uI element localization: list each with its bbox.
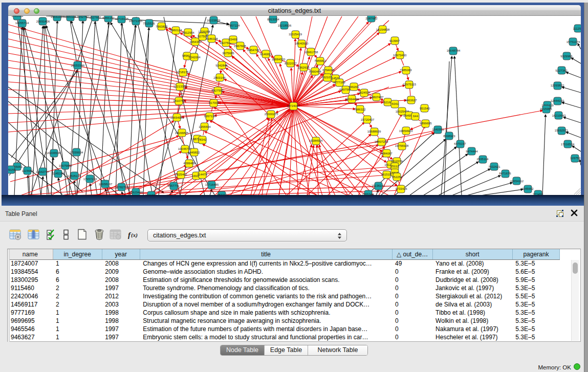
svg-text:10975857: 10975857 — [59, 164, 73, 167]
svg-text:1895662: 1895662 — [11, 16, 24, 17]
svg-text:7986322: 7986322 — [354, 108, 366, 111]
svg-text:1654393: 1654393 — [189, 40, 202, 43]
svg-text:10719135: 10719135 — [115, 17, 129, 20]
svg-text:8454749: 8454749 — [247, 49, 259, 52]
svg-text:644: 644 — [413, 115, 419, 118]
svg-text:1612074: 1612074 — [390, 160, 403, 163]
svg-text:3215955: 3215955 — [540, 107, 552, 111]
svg-text:10688609: 10688609 — [367, 130, 381, 133]
svg-text:6479197: 6479197 — [454, 142, 466, 145]
svg-text:2935114: 2935114 — [477, 158, 489, 161]
svg-text:10961758: 10961758 — [304, 51, 318, 54]
svg-text:15469: 15469 — [229, 38, 237, 41]
svg-text:8990448: 8990448 — [309, 70, 321, 73]
svg-text:19756928: 19756928 — [395, 144, 409, 147]
svg-text:9777169: 9777169 — [333, 81, 345, 84]
svg-text:15692971: 15692971 — [555, 129, 569, 132]
svg-text:25112: 25112 — [390, 165, 399, 168]
svg-text:12093822: 12093822 — [551, 84, 564, 87]
svg-text:16154838: 16154838 — [376, 28, 390, 31]
svg-text:2803144: 2803144 — [213, 76, 226, 79]
svg-text:7955812: 7955812 — [314, 59, 326, 62]
svg-text:15720407: 15720407 — [361, 118, 375, 121]
svg-text:10958137: 10958137 — [99, 183, 113, 186]
svg-text:7857224: 7857224 — [228, 24, 240, 27]
svg-text:1640951: 1640951 — [432, 128, 444, 131]
svg-text:2718176: 2718176 — [177, 71, 189, 74]
svg-text:9474444: 9474444 — [466, 150, 478, 153]
svg-text:8960124: 8960124 — [170, 29, 182, 32]
svg-text:9463627: 9463627 — [405, 99, 417, 102]
svg-text:10046738: 10046738 — [178, 147, 192, 150]
svg-text:16782759: 16782759 — [115, 186, 129, 189]
svg-text:1065328: 1065328 — [64, 16, 76, 18]
svg-text:111254: 111254 — [573, 27, 581, 30]
svg-text:16671355: 16671355 — [129, 19, 143, 23]
svg-text:126753: 126753 — [570, 157, 581, 160]
svg-text:78342: 78342 — [198, 138, 207, 141]
svg-text:1610755: 1610755 — [173, 99, 185, 102]
svg-text:9329966: 9329966 — [560, 55, 573, 58]
svg-text:9245652: 9245652 — [521, 187, 534, 190]
svg-text:19654923: 19654923 — [399, 129, 413, 133]
svg-text:114479: 114479 — [197, 173, 207, 176]
svg-text:8813054: 8813054 — [267, 18, 279, 21]
svg-text:(x): (x) — [131, 232, 138, 238]
svg-text:252254: 252254 — [392, 176, 403, 179]
svg-text:18640910: 18640910 — [295, 42, 309, 45]
svg-text:10654112: 10654112 — [510, 180, 524, 183]
svg-text:7663822: 7663822 — [156, 25, 168, 28]
svg-text:12942737: 12942737 — [36, 170, 50, 173]
svg-text:7632621: 7632621 — [488, 165, 500, 168]
svg-text:1355594: 1355594 — [199, 125, 211, 128]
svg-text:913967: 913967 — [389, 39, 400, 42]
svg-text:6794028: 6794028 — [322, 69, 335, 72]
svg-text:17359934: 17359934 — [70, 151, 83, 154]
svg-text:1527602: 1527602 — [89, 16, 101, 19]
svg-text:9657771: 9657771 — [167, 184, 180, 187]
svg-text:8322037: 8322037 — [285, 62, 297, 65]
svg-text:20364436: 20364436 — [345, 98, 359, 101]
svg-text:746266: 746266 — [349, 85, 359, 89]
svg-text:917004: 917004 — [209, 101, 220, 104]
svg-text:7515526: 7515526 — [143, 22, 155, 25]
svg-text:19218506: 19218506 — [278, 24, 292, 27]
svg-text:8427552: 8427552 — [211, 89, 224, 92]
svg-text:1362615: 1362615 — [297, 66, 310, 69]
svg-text:1733426: 1733426 — [395, 187, 407, 190]
svg-text:20691406: 20691406 — [36, 20, 50, 23]
svg-text:8938923: 8938923 — [443, 135, 455, 138]
svg-text:8912954: 8912954 — [182, 31, 194, 34]
svg-text:12505135: 12505135 — [68, 174, 81, 178]
svg-text:9227342: 9227342 — [555, 69, 568, 72]
svg-text:7485063: 7485063 — [400, 69, 412, 72]
svg-text:19384554: 19384554 — [309, 139, 323, 142]
svg-text:12975115: 12975115 — [403, 83, 417, 86]
svg-text:8471676: 8471676 — [499, 172, 511, 175]
svg-text:1115682: 1115682 — [22, 169, 34, 172]
svg-text:15884520: 15884520 — [272, 58, 286, 61]
svg-text:6466160: 6466160 — [102, 16, 115, 19]
svg-text:15751074: 15751074 — [567, 40, 580, 43]
svg-text:6041: 6041 — [391, 102, 399, 105]
svg-text:9084067: 9084067 — [380, 152, 393, 155]
svg-text:15716485: 15716485 — [205, 183, 219, 186]
svg-text:2967608: 2967608 — [234, 45, 246, 48]
svg-text:3675685: 3675685 — [222, 52, 234, 55]
svg-text:39159: 39159 — [8, 168, 16, 171]
svg-text:1145194: 1145194 — [53, 172, 65, 175]
svg-text:10807487: 10807487 — [370, 96, 384, 99]
svg-text:1449822: 1449822 — [188, 151, 200, 154]
svg-text:19166825: 19166825 — [175, 132, 189, 135]
svg-text:11325419: 11325419 — [289, 33, 302, 36]
svg-text:25300275: 25300275 — [265, 113, 278, 116]
svg-text:18807249: 18807249 — [375, 140, 388, 143]
svg-text:18724007: 18724007 — [287, 104, 300, 107]
svg-text:20206538: 20206538 — [47, 151, 61, 155]
svg-text:7625402: 7625402 — [175, 173, 187, 176]
svg-text:2242004: 2242004 — [188, 56, 201, 59]
svg-text:10973493: 10973493 — [393, 54, 407, 57]
svg-text:7152760: 7152760 — [77, 16, 89, 18]
svg-text:9146821: 9146821 — [260, 53, 272, 56]
svg-text:19661915: 19661915 — [51, 16, 64, 18]
